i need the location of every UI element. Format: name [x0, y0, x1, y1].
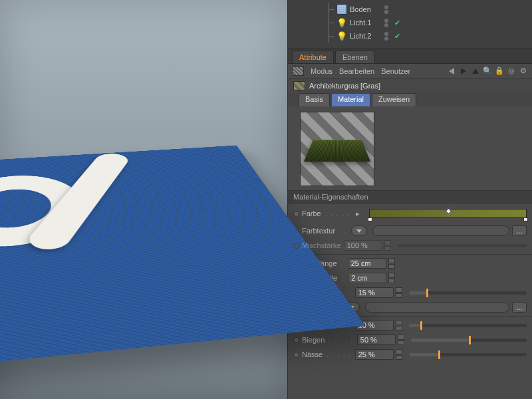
dots: . . [338, 227, 348, 235]
value-biegen[interactable]: 50 % [357, 334, 396, 345]
value-halmlaenge[interactable]: 25 cm [348, 258, 386, 269]
spinner[interactable] [396, 287, 402, 298]
material-swatch-icon [293, 81, 305, 90]
tab-attribute[interactable]: Attribute [292, 51, 334, 63]
lock-icon[interactable]: 🔒 [495, 66, 504, 76]
slider-thumb[interactable] [426, 289, 428, 297]
hier-row-licht1[interactable]: 💡 Licht.1 ✔ [325, 16, 532, 29]
tab-basis[interactable]: Basis [299, 93, 330, 106]
row-halmlaenge: Halmlänge . 25 cm [293, 256, 527, 271]
section-header: Material-Eigenschaften [288, 190, 532, 203]
value-naesse[interactable]: 25 % [355, 349, 394, 360]
spinner[interactable] [388, 258, 395, 269]
nav-up-icon[interactable] [471, 66, 480, 76]
spinner[interactable] [398, 334, 404, 345]
object-name[interactable]: Licht.1 [350, 19, 382, 27]
tab-ebenen[interactable]: Ebenen [335, 51, 375, 63]
slider-dichte[interactable] [409, 291, 527, 295]
value-mischstaerke: 100 % [344, 240, 382, 251]
object-hierarchy[interactable]: Boden 💡 Licht.1 ✔ 💡 Licht.2 ✔ [288, 0, 532, 49]
radio-dot [293, 243, 299, 249]
dots: . . . . . [324, 209, 351, 217]
slider-knicken[interactable] [409, 324, 527, 327]
hatch-icon[interactable] [292, 66, 304, 76]
nav-back-icon[interactable] [447, 66, 456, 76]
row-naesse: Nässe . . . . . 25 % [293, 347, 527, 362]
panel-tabs: Attribute Ebenen [288, 49, 532, 64]
slider-thumb[interactable] [438, 350, 440, 359]
menu-benutzer[interactable]: Benutzer [381, 67, 410, 75]
row-farbtextur: Farbtextur . . ... [293, 223, 527, 238]
visibility-dots[interactable] [384, 4, 390, 15]
gradient-handle-left[interactable] [368, 217, 372, 221]
visibility-dots[interactable] [384, 31, 390, 41]
mode-bar: Modus Bearbeiten Benutzer 🔍 🔒 ◎ ⚙ [288, 64, 532, 78]
row-mischstaerke: Mischstärke 100 % [293, 238, 527, 253]
gradient-knot[interactable] [446, 208, 452, 215]
target-icon[interactable]: ◎ [507, 66, 516, 76]
tab-zuweisen[interactable]: Zuweisen [372, 93, 416, 106]
slider-fill [409, 324, 421, 327]
radio-dot[interactable] [293, 337, 299, 343]
expand-icon[interactable]: ▸ [353, 209, 362, 218]
menu-bearbeiten[interactable]: Bearbeiten [339, 67, 374, 75]
label-biegen: Biegen [302, 336, 325, 344]
search-icon[interactable]: 🔍 [483, 66, 492, 76]
label-naesse: Nässe [302, 350, 323, 358]
radio-dot[interactable] [293, 211, 299, 217]
material-preview[interactable] [300, 112, 374, 186]
texture-field[interactable] [365, 302, 509, 313]
spinner [384, 240, 391, 251]
slider-naesse[interactable] [409, 353, 527, 356]
texture-field[interactable] [372, 225, 509, 236]
slider-biegen[interactable] [411, 338, 527, 342]
light-icon: 💡 [336, 31, 347, 41]
object-title-row: Architekturgras [Gras] [288, 78, 532, 93]
object-name[interactable]: Licht.2 [350, 32, 382, 40]
viewport-render [0, 0, 287, 399]
attribute-panel: Boden 💡 Licht.1 ✔ 💡 Licht.2 ✔ Attribute … [287, 0, 532, 399]
nav-fwd-icon[interactable] [459, 66, 468, 76]
property-tabs: Basis Material Zuweisen [288, 93, 532, 106]
object-title: Architekturgras [Gras] [309, 82, 380, 90]
gear-icon[interactable]: ⚙ [519, 66, 528, 76]
light-icon: 💡 [336, 17, 347, 28]
gradient-handle-right[interactable] [523, 217, 528, 221]
slider-thumb[interactable] [420, 321, 422, 330]
hier-row-boden[interactable]: Boden [325, 3, 532, 16]
menu-modus[interactable]: Modus [311, 67, 332, 75]
slider-thumb[interactable] [469, 336, 471, 344]
grass-patch-icon [304, 140, 370, 162]
tree-connector [325, 3, 334, 16]
label-farbtextur: Farbtextur [302, 227, 335, 235]
spinner[interactable] [396, 349, 402, 360]
visibility-dots[interactable] [384, 17, 390, 28]
radio-dot[interactable] [293, 352, 299, 358]
hier-row-licht2[interactable]: 💡 Licht.2 ✔ [325, 29, 532, 43]
label-mischstaerke: Mischstärke [302, 241, 341, 249]
slider-fill [409, 353, 438, 356]
slider-mischstaerke [398, 244, 527, 247]
row-biegen: Biegen . . . . . 50 % [293, 332, 527, 347]
slider-fill [409, 291, 427, 295]
dots: . . . . . [327, 336, 354, 344]
value-halmbreite[interactable]: 2 cm [348, 273, 386, 283]
object-name[interactable]: Boden [350, 5, 382, 13]
label-farbe: Farbe [302, 209, 321, 217]
tree-connector [325, 29, 334, 43]
slider-fill [411, 338, 469, 342]
spinner[interactable] [396, 320, 402, 331]
dots: . . . . . [325, 350, 352, 358]
check-icon: ✔ [394, 19, 400, 27]
row-farbe: Farbe . . . . . ▸ [293, 206, 527, 221]
check-icon: ✔ [394, 32, 400, 41]
value-dichte[interactable]: 15 % [355, 287, 394, 298]
dots: . [340, 259, 345, 267]
color-gradient-input[interactable] [369, 209, 527, 218]
more-button[interactable]: ... [512, 225, 527, 236]
floor-icon [336, 4, 347, 15]
texture-dropdown[interactable] [351, 225, 367, 236]
more-button[interactable]: ... [512, 302, 527, 313]
spinner[interactable] [388, 273, 395, 283]
tab-material[interactable]: Material [331, 93, 370, 106]
